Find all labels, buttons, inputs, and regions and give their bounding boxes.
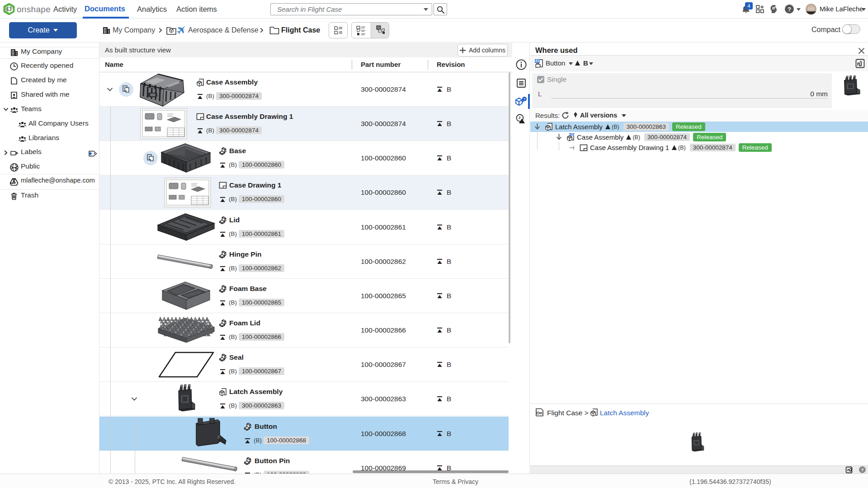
svg-text:On: On xyxy=(537,411,542,415)
svg-text:?: ? xyxy=(788,6,791,13)
svg-text:?: ? xyxy=(524,97,526,101)
svg-text:?: ? xyxy=(861,467,863,472)
